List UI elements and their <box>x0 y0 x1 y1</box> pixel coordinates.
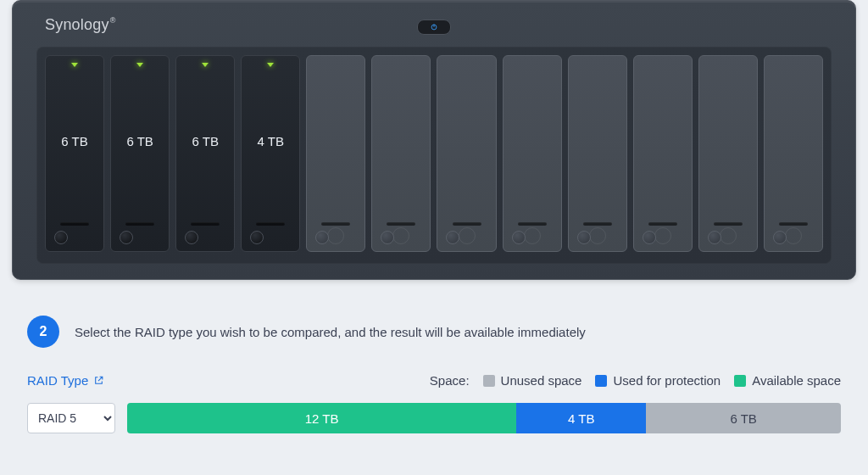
bay-lock-knob-icon <box>185 231 198 244</box>
swatch-available-icon <box>734 375 746 387</box>
empty-bay-indicator-icon <box>459 227 476 244</box>
empty-bay-indicator-icon <box>785 227 802 244</box>
legend-title: Space: <box>430 373 470 388</box>
empty-bay-indicator-icon <box>720 227 737 244</box>
bay-lock-knob-icon <box>577 231 591 244</box>
empty-bay-indicator-icon <box>654 227 671 244</box>
bay-handle-slot <box>779 222 808 226</box>
swatch-unused-icon <box>483 375 495 387</box>
drive-bay-empty[interactable] <box>306 55 365 252</box>
bar-segment-available: 12 TB <box>127 403 516 433</box>
drive-bay-filled[interactable]: 4 TB <box>241 55 300 252</box>
drive-led-icon <box>267 63 274 67</box>
bay-handle-slot <box>191 222 220 226</box>
nas-chassis: Synology® 6 TB6 TB6 TB4 TB <box>12 0 856 280</box>
drive-bay-filled[interactable]: 6 TB <box>45 55 104 252</box>
space-allocation-bar: 12 TB 4 TB 6 TB <box>127 403 841 433</box>
bay-lock-knob-icon <box>446 231 459 244</box>
brand-logo: Synology® <box>45 16 116 34</box>
bay-lock-knob-icon <box>708 231 721 244</box>
empty-bay-indicator-icon <box>392 227 409 244</box>
drive-bay-empty[interactable] <box>764 55 823 252</box>
bay-lock-knob-icon <box>54 231 68 244</box>
bay-lock-knob-icon <box>512 231 526 244</box>
legend-available: Available space <box>734 373 841 388</box>
swatch-protection-icon <box>595 375 607 387</box>
drive-bay-tray: 6 TB6 TB6 TB4 TB <box>36 47 832 264</box>
legend-unused: Unused space <box>483 373 582 388</box>
bay-handle-slot <box>583 222 612 226</box>
drive-bay-empty[interactable] <box>371 55 431 252</box>
bay-lock-knob-icon <box>381 231 394 244</box>
raid-type-label: RAID Type <box>27 373 88 388</box>
bay-handle-slot <box>452 222 481 226</box>
drive-capacity-label: 4 TB <box>258 134 284 148</box>
empty-bay-indicator-icon <box>524 227 541 244</box>
bay-handle-slot <box>714 222 743 226</box>
step-instruction: Select the RAID type you wish to be comp… <box>75 325 586 339</box>
power-icon <box>430 23 438 31</box>
bay-handle-slot <box>60 222 89 226</box>
bay-lock-knob-icon <box>120 231 133 244</box>
bay-handle-slot <box>256 222 285 226</box>
bay-handle-slot <box>518 222 547 226</box>
drive-capacity-label: 6 TB <box>126 134 153 148</box>
bay-lock-knob-icon <box>643 231 656 244</box>
drive-bay-filled[interactable]: 6 TB <box>110 55 170 252</box>
bay-lock-knob-icon <box>773 231 787 244</box>
brand-text: Synology <box>45 16 109 33</box>
power-button[interactable] <box>417 20 451 35</box>
drive-bay-empty[interactable] <box>698 55 758 252</box>
bay-lock-knob-icon <box>250 231 264 244</box>
bay-handle-slot <box>387 222 415 226</box>
drive-bay-empty[interactable] <box>503 55 562 252</box>
drive-bay-empty[interactable] <box>633 55 693 252</box>
legend-protection: Used for protection <box>595 373 721 388</box>
drive-bay-empty[interactable] <box>437 55 496 252</box>
bar-segment-unused: 6 TB <box>646 403 841 433</box>
drive-bay-filled[interactable]: 6 TB <box>175 55 235 252</box>
drive-capacity-label: 6 TB <box>61 134 87 148</box>
bay-lock-knob-icon <box>315 231 329 244</box>
raid-type-select[interactable]: RAID 5 <box>27 403 115 433</box>
bay-handle-slot <box>648 222 677 226</box>
external-link-icon <box>93 375 104 386</box>
bay-handle-slot <box>125 222 154 226</box>
raid-type-link[interactable]: RAID Type <box>27 373 104 388</box>
step-row: 2 Select the RAID type you wish to be co… <box>27 316 841 348</box>
drive-capacity-label: 6 TB <box>192 134 218 148</box>
space-legend: Space: Unused space Used for protection … <box>430 373 841 388</box>
drive-bay-empty[interactable] <box>568 55 627 252</box>
drive-led-icon <box>136 63 143 67</box>
step-number-badge: 2 <box>27 316 59 348</box>
drive-led-icon <box>202 63 209 67</box>
bay-handle-slot <box>321 222 350 226</box>
bar-segment-protection: 4 TB <box>516 403 646 433</box>
drive-led-icon <box>71 63 78 67</box>
empty-bay-indicator-icon <box>327 227 344 244</box>
empty-bay-indicator-icon <box>589 227 606 244</box>
